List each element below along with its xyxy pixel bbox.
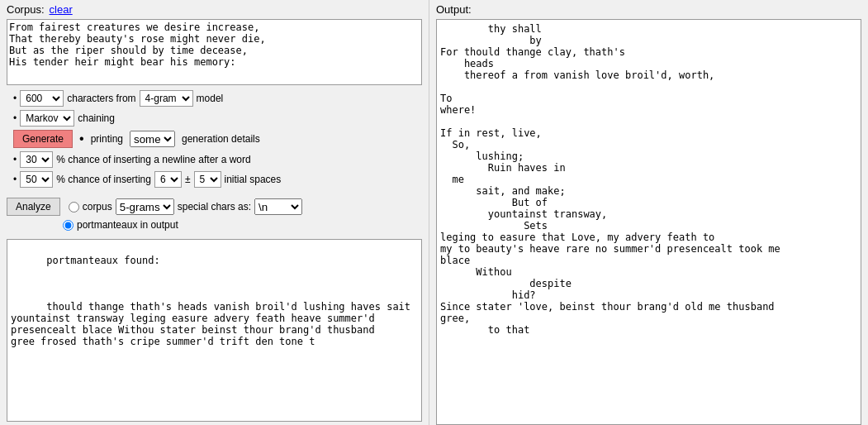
- spaces-label1: % chance of inserting: [56, 174, 151, 185]
- corpus-clear-link[interactable]: clear: [50, 3, 73, 16]
- special-chars-select[interactable]: \n \t space: [254, 198, 302, 215]
- control-row-chars: • 600 200 400 800 1000 characters from 4…: [7, 90, 422, 107]
- newline-percent-select[interactable]: 30 10 20 40 50: [20, 151, 53, 168]
- analyze-section: Analyze corpus 5-grams 2-grams 3-grams 4…: [0, 193, 429, 236]
- analyze-row: Analyze corpus 5-grams 2-grams 3-grams 4…: [7, 198, 422, 216]
- left-panel: Corpus: clear • 600 200 400 800 1000 cha…: [0, 0, 429, 425]
- spaces-label2: initial spaces: [225, 174, 282, 185]
- bullet-4: •: [13, 155, 17, 165]
- corpus-radio-label: corpus: [83, 201, 112, 212]
- portmanteaux-area: portmanteaux found: thould thange thath'…: [7, 239, 422, 422]
- special-chars-label: special chars as:: [178, 201, 251, 212]
- bullet-2: •: [13, 113, 17, 123]
- portmanteaux-label: portmanteaux in output: [77, 219, 178, 231]
- bullet-3: •: [79, 132, 84, 146]
- corpus-label: Corpus:: [7, 3, 45, 16]
- printing-select[interactable]: some all none: [130, 131, 175, 147]
- spaces-pm-select[interactable]: 5 1 2 3 4: [194, 171, 221, 188]
- generate-row: Generate • printing some all none genera…: [7, 130, 422, 148]
- chars-from-label: characters from: [67, 93, 135, 104]
- spaces-value-select[interactable]: 6 2 4 8: [154, 171, 182, 188]
- right-panel: Output:: [429, 0, 868, 425]
- corpus-header: Corpus: clear: [0, 0, 429, 19]
- generation-details-label: generation details: [182, 133, 260, 145]
- analyze-button[interactable]: Analyze: [7, 198, 60, 216]
- model-label: model: [197, 93, 224, 104]
- portmanteaux-header: portmanteaux found:: [46, 255, 159, 266]
- control-row-newline: • 30 10 20 40 50 % chance of inserting a…: [7, 151, 422, 168]
- controls-section: • 600 200 400 800 1000 characters from 4…: [0, 85, 429, 193]
- ngrams-select[interactable]: 5-grams 2-grams 3-grams 4-grams: [116, 198, 174, 215]
- portmanteaux-content: thould thange thath's heads vanish broil…: [11, 301, 410, 347]
- output-textarea[interactable]: [436, 19, 861, 425]
- characters-select[interactable]: 600 200 400 800 1000: [20, 90, 64, 107]
- main-container: Corpus: clear • 600 200 400 800 1000 cha…: [0, 0, 868, 425]
- spaces-pm-label: ±: [185, 174, 191, 185]
- generate-button[interactable]: Generate: [13, 130, 73, 148]
- bullet-5: •: [13, 174, 17, 184]
- spaces-percent-select[interactable]: 50 10 20 30 40: [20, 171, 53, 188]
- control-row-markov: • Markov chaining: [7, 110, 422, 127]
- printing-label: printing: [91, 133, 123, 145]
- output-header: Output:: [429, 0, 868, 19]
- ngram-select[interactable]: 4-gram 2-gram 3-gram 5-gram: [140, 90, 193, 107]
- corpus-radio-row: corpus 5-grams 2-grams 3-grams 4-grams s…: [65, 198, 302, 215]
- control-row-spaces: • 50 10 20 30 40 % chance of inserting 6…: [7, 171, 422, 188]
- output-label: Output:: [436, 3, 472, 16]
- corpus-radio[interactable]: [69, 202, 79, 212]
- bullet-1: •: [13, 93, 17, 103]
- portmanteaux-radio[interactable]: [63, 220, 74, 231]
- algorithm-select[interactable]: Markov: [20, 110, 74, 127]
- portmanteaux-radio-row: portmanteaux in output: [7, 219, 422, 231]
- corpus-textarea[interactable]: [7, 19, 422, 85]
- chaining-label: chaining: [78, 112, 115, 124]
- newline-label: % chance of inserting a newline after a …: [56, 154, 250, 165]
